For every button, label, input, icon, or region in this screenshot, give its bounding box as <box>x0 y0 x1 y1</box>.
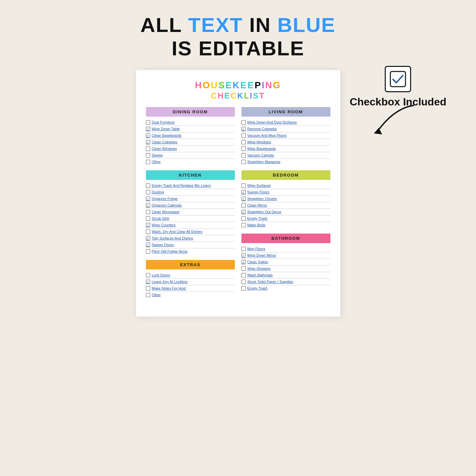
list-item[interactable]: Mop Floors <box>241 246 330 252</box>
checkbox[interactable] <box>241 260 246 264</box>
list-item[interactable]: Lock Doors <box>146 272 235 279</box>
checkbox[interactable] <box>241 190 246 194</box>
item-label: Vacuum Carpets <box>247 153 274 157</box>
checkbox[interactable] <box>241 203 246 208</box>
list-item[interactable]: Clean Baseboards <box>146 132 235 139</box>
checkbox[interactable] <box>241 183 246 188</box>
checkbox[interactable] <box>241 266 246 271</box>
item-label: Other <box>152 293 161 297</box>
checkbox[interactable] <box>146 223 150 227</box>
checkbox[interactable] <box>146 236 150 240</box>
checkbox[interactable] <box>241 153 246 157</box>
checkbox[interactable] <box>241 210 246 214</box>
checkbox[interactable] <box>241 160 246 164</box>
list-item[interactable]: Tidy Surfaces And Dishes <box>146 235 235 242</box>
checkbox[interactable] <box>146 160 150 164</box>
checkbox[interactable] <box>146 140 150 144</box>
checkbox[interactable] <box>146 183 150 188</box>
list-item[interactable]: Clean Cobwebs <box>146 139 235 146</box>
list-item[interactable]: Pitch Old Fridge Items <box>146 248 235 255</box>
heading-text: TEXT <box>188 14 243 36</box>
list-item[interactable]: Wipe Baseboards <box>241 146 330 152</box>
list-item[interactable]: Make Notes For Host <box>146 285 235 292</box>
list-item[interactable]: Stock Toilet Paper / Supplies <box>241 279 330 285</box>
checkbox[interactable] <box>241 273 246 277</box>
list-item[interactable]: Wash Bathmats <box>241 272 330 279</box>
page-wrapper: All TEXT IN BLUE IS EDITABLE Checkbox In… <box>0 0 476 476</box>
checkbox[interactable] <box>146 197 150 201</box>
list-item[interactable]: Wipe Surfaces <box>241 182 330 189</box>
checkbox[interactable] <box>241 247 246 251</box>
list-item[interactable]: Empty Trash <box>241 215 330 222</box>
checkbox[interactable] <box>146 243 150 247</box>
checkbox[interactable] <box>146 210 150 214</box>
list-item[interactable]: Make Beds <box>241 222 330 228</box>
checkbox[interactable] <box>146 286 150 291</box>
list-item[interactable]: Clean Windows <box>146 146 235 152</box>
item-label: Wash, Dry And Clear All Dishes <box>152 230 203 234</box>
list-item[interactable]: Organize Fridge <box>146 196 235 202</box>
item-label: Straighten Closets <box>247 197 277 201</box>
checkbox[interactable] <box>241 280 246 284</box>
checkbox[interactable] <box>146 203 150 208</box>
checkbox[interactable] <box>146 127 150 131</box>
checkbox[interactable] <box>241 253 246 258</box>
svg-marker-1 <box>374 128 382 134</box>
list-item[interactable]: Wipe Down Table <box>146 126 235 132</box>
checkbox[interactable] <box>241 223 246 227</box>
checkbox[interactable] <box>241 127 246 131</box>
checkbox[interactable] <box>241 147 246 151</box>
list-item[interactable]: Dust Furniture <box>146 119 235 126</box>
checkbox[interactable] <box>241 133 246 138</box>
list-item[interactable]: Wipe Down Mirror <box>241 252 330 259</box>
list-item[interactable]: Dusting <box>146 189 235 196</box>
list-item[interactable]: Leave Key At Lockbox <box>146 279 235 285</box>
item-label: Vacuum And Mop Floors <box>247 133 287 137</box>
list-item[interactable]: Clean Mirror <box>241 202 330 209</box>
list-item[interactable]: Sweep Floors <box>241 189 330 196</box>
checkbox[interactable] <box>146 280 150 284</box>
checkbox[interactable] <box>241 120 246 125</box>
list-item[interactable]: Vacuum Carpets <box>241 152 330 159</box>
dining-room-list: Dust Furniture Wipe Down Table Clean Bas… <box>146 119 235 165</box>
checkbox[interactable] <box>146 153 150 157</box>
list-item[interactable]: Wipe Windows <box>241 139 330 146</box>
list-item[interactable]: Other <box>146 292 235 298</box>
item-label: Clean Baseboards <box>152 133 182 137</box>
list-item[interactable]: Wash, Dry And Clear All Dishes <box>146 229 235 235</box>
list-item[interactable]: Wipe Showers <box>241 266 330 272</box>
item-label: Sweep <box>152 153 163 157</box>
checkbox[interactable] <box>146 216 150 221</box>
checkbox[interactable] <box>241 140 246 144</box>
list-item[interactable]: Organize Cabinets <box>146 202 235 209</box>
checkbox[interactable] <box>146 230 150 234</box>
list-item[interactable]: Straighten Magazine <box>241 159 330 165</box>
list-item[interactable]: Clean Microwave <box>146 209 235 215</box>
list-item[interactable]: Straighten Out Decor <box>241 209 330 215</box>
list-item[interactable]: Empty Trash And Replace Bin Liners <box>146 182 235 189</box>
checkbox[interactable] <box>146 190 150 194</box>
list-item[interactable]: Straighten Closets <box>241 196 330 202</box>
list-item[interactable]: Empty Trash <box>241 285 330 292</box>
checkbox[interactable] <box>146 133 150 138</box>
checkbox[interactable] <box>146 120 150 125</box>
checkbox[interactable] <box>146 293 150 297</box>
bedroom-list: Wipe Surfaces Sweep Floors Straighten Cl… <box>241 182 330 228</box>
kitchen-section: KITCHEN Empty Trash And Replace Bin Line… <box>146 170 235 255</box>
checkbox[interactable] <box>146 249 150 254</box>
heading-line2: IS EDITABLE <box>140 37 335 60</box>
list-item[interactable]: Clean Toilets <box>241 259 330 266</box>
list-item[interactable]: Wipe Down And Dust Surfaces <box>241 119 330 126</box>
checkbox[interactable] <box>241 197 246 201</box>
list-item[interactable]: Scrub Sink <box>146 215 235 222</box>
list-item[interactable]: Other <box>146 159 235 165</box>
checkbox[interactable] <box>241 286 246 291</box>
checkbox[interactable] <box>146 273 150 277</box>
list-item[interactable]: Vacuum And Mop Floors <box>241 132 330 139</box>
list-item[interactable]: Remove Cobwebs <box>241 126 330 132</box>
list-item[interactable]: Sweep Floors <box>146 242 235 248</box>
list-item[interactable]: Wipe Counters <box>146 222 235 229</box>
list-item[interactable]: Sweep <box>146 152 235 159</box>
checkbox[interactable] <box>146 147 150 151</box>
checkbox[interactable] <box>241 216 246 221</box>
